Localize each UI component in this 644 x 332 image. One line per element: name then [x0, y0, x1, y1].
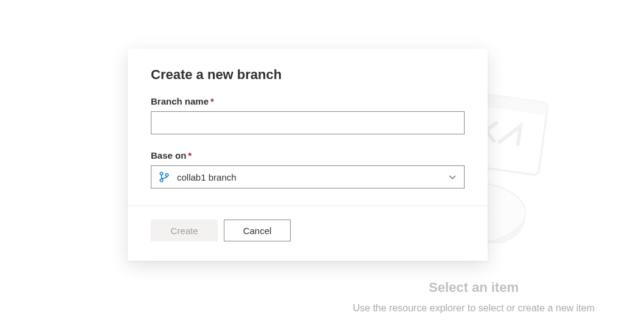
- branch-name-field: Branch name*: [151, 96, 465, 134]
- empty-state-title: Select an item: [303, 280, 644, 296]
- empty-state-text: Select an item Use the resource explorer…: [303, 280, 644, 314]
- cancel-button[interactable]: Cancel: [224, 220, 291, 241]
- dialog-body: Create a new branch Branch name* Base on…: [128, 49, 488, 206]
- create-button[interactable]: Create: [151, 220, 218, 241]
- chevron-down-icon: [448, 173, 457, 181]
- svg-point-6: [160, 179, 163, 182]
- git-branch-icon: [159, 171, 170, 182]
- create-branch-dialog: Create a new branch Branch name* Base on…: [128, 49, 488, 261]
- base-on-label-text: Base on: [151, 150, 186, 161]
- empty-state-subtitle: Use the resource explorer to select or c…: [303, 303, 644, 314]
- base-on-dropdown[interactable]: collab1 branch: [151, 165, 465, 188]
- svg-point-7: [165, 173, 168, 176]
- branch-name-label: Branch name*: [151, 96, 465, 106]
- base-on-selected-value: collab1 branch: [177, 172, 448, 182]
- dialog-footer: Create Cancel: [128, 206, 488, 261]
- branch-name-input[interactable]: [151, 111, 465, 134]
- required-marker: *: [188, 150, 192, 161]
- dialog-title: Create a new branch: [151, 67, 465, 83]
- base-on-label: Base on*: [151, 150, 465, 161]
- branch-name-label-text: Branch name: [151, 96, 209, 106]
- required-marker: *: [210, 96, 214, 106]
- svg-point-5: [160, 172, 163, 175]
- base-on-field: Base on* collab1 branch: [151, 150, 465, 188]
